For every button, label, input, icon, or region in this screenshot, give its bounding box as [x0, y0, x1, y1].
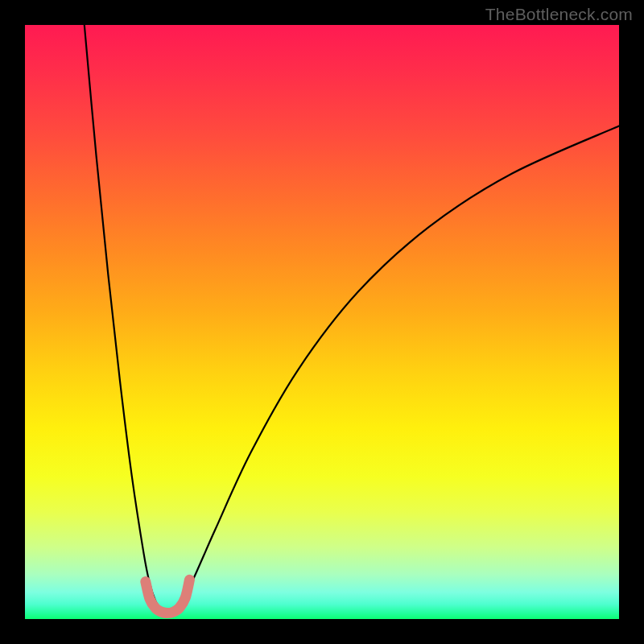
notch-marker	[146, 580, 190, 613]
curve-layer	[25, 25, 619, 619]
plot-area	[25, 25, 619, 619]
outer-frame: TheBottleneck.com	[0, 0, 644, 644]
curve-right-branch	[167, 126, 619, 613]
watermark-text: TheBottleneck.com	[485, 5, 633, 24]
curve-left-branch	[85, 25, 167, 613]
